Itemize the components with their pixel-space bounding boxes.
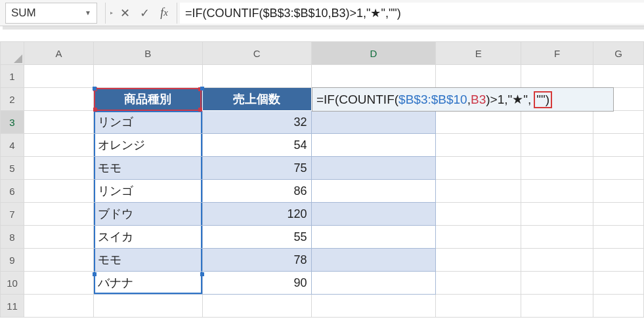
cell[interactable]	[436, 180, 521, 203]
cell[interactable]	[436, 226, 521, 249]
cell-b4[interactable]: オレンジ	[93, 134, 202, 157]
cell[interactable]	[436, 111, 521, 134]
cell[interactable]	[436, 295, 521, 318]
formula-input[interactable]: =IF(COUNTIF($B$3:$B$10,B3)>1,"★","")	[180, 3, 644, 24]
cell[interactable]	[593, 295, 644, 318]
row-header-9[interactable]: 9	[1, 249, 24, 272]
cell[interactable]	[436, 272, 521, 295]
expand-icon[interactable]: ▸	[108, 3, 115, 24]
cell[interactable]	[521, 157, 593, 180]
cancel-button[interactable]: ✕	[115, 3, 135, 24]
table-header-product[interactable]: 商品種別	[93, 88, 202, 111]
cell-b9[interactable]: モモ	[93, 249, 202, 272]
cell[interactable]	[24, 111, 93, 134]
cell[interactable]	[521, 134, 593, 157]
cell-b6[interactable]: リンゴ	[93, 180, 202, 203]
cell[interactable]	[593, 249, 644, 272]
row-header-1[interactable]: 1	[1, 65, 24, 88]
chevron-down-icon[interactable]: ▼	[85, 9, 91, 16]
table-header-count[interactable]: 売上個数	[202, 88, 311, 111]
cell[interactable]	[202, 65, 311, 88]
row-header-3[interactable]: 3	[1, 111, 24, 134]
cell[interactable]	[593, 272, 644, 295]
cell[interactable]	[311, 180, 436, 203]
col-header-e[interactable]: E	[436, 42, 521, 65]
cell-b10[interactable]: バナナ	[93, 272, 202, 295]
cell-b3[interactable]: リンゴ	[93, 111, 202, 134]
row-header-2[interactable]: 2	[1, 88, 24, 111]
range-handle[interactable]	[200, 272, 204, 276]
cell[interactable]	[24, 134, 93, 157]
cell-c8[interactable]: 55	[202, 226, 311, 249]
cell[interactable]	[311, 65, 436, 88]
cell[interactable]	[202, 295, 311, 318]
row-header-4[interactable]: 4	[1, 134, 24, 157]
cell[interactable]	[521, 65, 593, 88]
col-header-b[interactable]: B	[93, 42, 202, 65]
cell[interactable]	[311, 272, 436, 295]
cell[interactable]	[436, 65, 521, 88]
cell[interactable]	[311, 249, 436, 272]
cell[interactable]	[521, 295, 593, 318]
cell[interactable]	[521, 249, 593, 272]
col-header-f[interactable]: F	[521, 42, 593, 65]
range-handle[interactable]	[200, 87, 204, 91]
row-header-6[interactable]: 6	[1, 180, 24, 203]
select-all-corner[interactable]	[1, 42, 24, 65]
col-header-d[interactable]: D	[311, 42, 436, 65]
cell[interactable]	[436, 249, 521, 272]
range-handle[interactable]	[93, 272, 97, 276]
row-header-8[interactable]: 8	[1, 226, 24, 249]
cell-b5[interactable]: モモ	[93, 157, 202, 180]
enter-button[interactable]: ✓	[135, 3, 154, 24]
cell[interactable]	[521, 180, 593, 203]
cell[interactable]	[24, 88, 93, 111]
cell[interactable]	[311, 226, 436, 249]
cell-c9[interactable]: 78	[202, 249, 311, 272]
cell[interactable]	[593, 203, 644, 226]
cell-c7[interactable]: 120	[202, 203, 311, 226]
cell-c4[interactable]: 54	[202, 134, 311, 157]
row-header-10[interactable]: 10	[1, 272, 24, 295]
col-header-c[interactable]: C	[202, 42, 311, 65]
cell[interactable]	[593, 157, 644, 180]
cell[interactable]	[311, 134, 436, 157]
cell[interactable]	[24, 157, 93, 180]
cell[interactable]	[24, 249, 93, 272]
cell[interactable]	[311, 157, 436, 180]
name-box[interactable]: SUM ▼	[5, 3, 97, 24]
cell[interactable]	[521, 226, 593, 249]
cell[interactable]	[24, 203, 93, 226]
worksheet-grid[interactable]: A B C D E F G 1 2 商品種別 売上個数 重複チェック 3 リンゴ…	[0, 41, 644, 318]
cell-c6[interactable]: 86	[202, 180, 311, 203]
cell[interactable]	[93, 295, 202, 318]
cell-b7[interactable]: ブドウ	[93, 203, 202, 226]
row-header-7[interactable]: 7	[1, 203, 24, 226]
cell[interactable]	[593, 134, 644, 157]
col-header-a[interactable]: A	[24, 42, 93, 65]
cell[interactable]	[311, 295, 436, 318]
cell-c3[interactable]: 32	[202, 111, 311, 134]
in-cell-formula-editor[interactable]: =IF(COUNTIF($B$3:$B$10,B3)>1,"★","")	[312, 87, 614, 112]
cell[interactable]	[311, 203, 436, 226]
cell[interactable]	[24, 295, 93, 318]
cell-c5[interactable]: 75	[202, 157, 311, 180]
row-header-5[interactable]: 5	[1, 157, 24, 180]
cell[interactable]	[24, 180, 93, 203]
cell[interactable]	[93, 65, 202, 88]
cell-b8[interactable]: スイカ	[93, 226, 202, 249]
cell[interactable]	[24, 65, 93, 88]
cell-d3[interactable]	[311, 111, 436, 134]
cell[interactable]	[436, 203, 521, 226]
cell[interactable]	[24, 226, 93, 249]
range-handle[interactable]	[93, 87, 97, 91]
cell[interactable]	[593, 111, 644, 134]
cell-c10[interactable]: 90	[202, 272, 311, 295]
row-header-11[interactable]: 11	[1, 295, 24, 318]
cell[interactable]	[436, 134, 521, 157]
col-header-g[interactable]: G	[593, 42, 644, 65]
cell[interactable]	[521, 272, 593, 295]
cell[interactable]	[24, 272, 93, 295]
cell[interactable]	[593, 65, 644, 88]
insert-function-button[interactable]: fx	[154, 3, 174, 24]
